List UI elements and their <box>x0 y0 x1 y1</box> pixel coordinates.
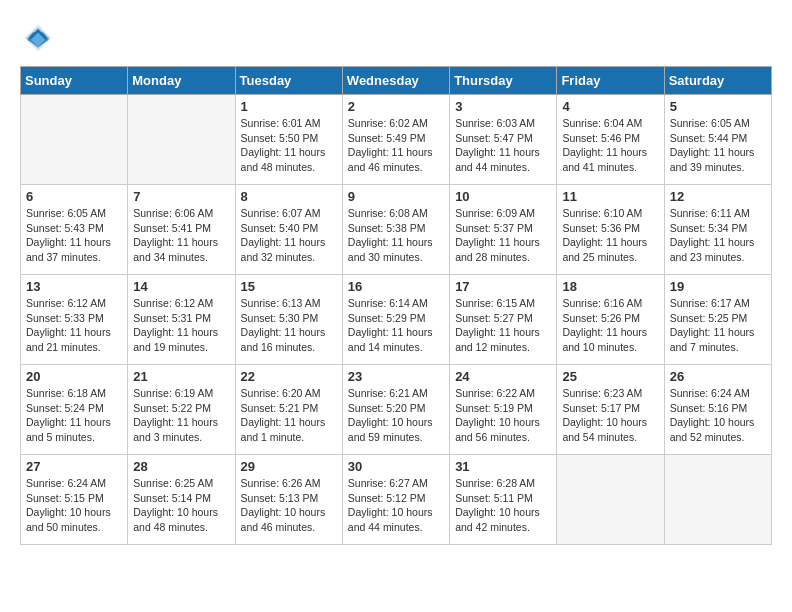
calendar-week-5: 27Sunrise: 6:24 AM Sunset: 5:15 PM Dayli… <box>21 455 772 545</box>
day-number: 31 <box>455 459 551 474</box>
calendar-cell: 12Sunrise: 6:11 AM Sunset: 5:34 PM Dayli… <box>664 185 771 275</box>
calendar-cell: 25Sunrise: 6:23 AM Sunset: 5:17 PM Dayli… <box>557 365 664 455</box>
day-info: Sunrise: 6:22 AM Sunset: 5:19 PM Dayligh… <box>455 386 551 445</box>
day-info: Sunrise: 6:12 AM Sunset: 5:33 PM Dayligh… <box>26 296 122 355</box>
day-info: Sunrise: 6:27 AM Sunset: 5:12 PM Dayligh… <box>348 476 444 535</box>
calendar-cell <box>664 455 771 545</box>
day-info: Sunrise: 6:12 AM Sunset: 5:31 PM Dayligh… <box>133 296 229 355</box>
day-number: 4 <box>562 99 658 114</box>
calendar-cell: 2Sunrise: 6:02 AM Sunset: 5:49 PM Daylig… <box>342 95 449 185</box>
day-info: Sunrise: 6:14 AM Sunset: 5:29 PM Dayligh… <box>348 296 444 355</box>
day-number: 16 <box>348 279 444 294</box>
day-number: 15 <box>241 279 337 294</box>
calendar-cell: 21Sunrise: 6:19 AM Sunset: 5:22 PM Dayli… <box>128 365 235 455</box>
day-number: 27 <box>26 459 122 474</box>
day-info: Sunrise: 6:02 AM Sunset: 5:49 PM Dayligh… <box>348 116 444 175</box>
calendar-cell: 22Sunrise: 6:20 AM Sunset: 5:21 PM Dayli… <box>235 365 342 455</box>
calendar-cell: 7Sunrise: 6:06 AM Sunset: 5:41 PM Daylig… <box>128 185 235 275</box>
day-info: Sunrise: 6:17 AM Sunset: 5:25 PM Dayligh… <box>670 296 766 355</box>
day-info: Sunrise: 6:09 AM Sunset: 5:37 PM Dayligh… <box>455 206 551 265</box>
day-number: 22 <box>241 369 337 384</box>
calendar-table: SundayMondayTuesdayWednesdayThursdayFrid… <box>20 66 772 545</box>
day-number: 12 <box>670 189 766 204</box>
day-info: Sunrise: 6:05 AM Sunset: 5:43 PM Dayligh… <box>26 206 122 265</box>
day-info: Sunrise: 6:24 AM Sunset: 5:16 PM Dayligh… <box>670 386 766 445</box>
day-info: Sunrise: 6:01 AM Sunset: 5:50 PM Dayligh… <box>241 116 337 175</box>
day-number: 1 <box>241 99 337 114</box>
day-number: 30 <box>348 459 444 474</box>
calendar-cell: 20Sunrise: 6:18 AM Sunset: 5:24 PM Dayli… <box>21 365 128 455</box>
weekday-header-tuesday: Tuesday <box>235 67 342 95</box>
calendar-cell: 17Sunrise: 6:15 AM Sunset: 5:27 PM Dayli… <box>450 275 557 365</box>
weekday-header-friday: Friday <box>557 67 664 95</box>
day-number: 3 <box>455 99 551 114</box>
calendar-cell: 11Sunrise: 6:10 AM Sunset: 5:36 PM Dayli… <box>557 185 664 275</box>
weekday-header-sunday: Sunday <box>21 67 128 95</box>
day-info: Sunrise: 6:18 AM Sunset: 5:24 PM Dayligh… <box>26 386 122 445</box>
day-number: 14 <box>133 279 229 294</box>
day-number: 28 <box>133 459 229 474</box>
calendar-week-2: 6Sunrise: 6:05 AM Sunset: 5:43 PM Daylig… <box>21 185 772 275</box>
day-number: 2 <box>348 99 444 114</box>
calendar-cell: 24Sunrise: 6:22 AM Sunset: 5:19 PM Dayli… <box>450 365 557 455</box>
calendar-cell: 27Sunrise: 6:24 AM Sunset: 5:15 PM Dayli… <box>21 455 128 545</box>
calendar-cell: 14Sunrise: 6:12 AM Sunset: 5:31 PM Dayli… <box>128 275 235 365</box>
calendar-cell: 6Sunrise: 6:05 AM Sunset: 5:43 PM Daylig… <box>21 185 128 275</box>
calendar-cell: 28Sunrise: 6:25 AM Sunset: 5:14 PM Dayli… <box>128 455 235 545</box>
day-info: Sunrise: 6:24 AM Sunset: 5:15 PM Dayligh… <box>26 476 122 535</box>
calendar-cell: 3Sunrise: 6:03 AM Sunset: 5:47 PM Daylig… <box>450 95 557 185</box>
day-info: Sunrise: 6:25 AM Sunset: 5:14 PM Dayligh… <box>133 476 229 535</box>
day-info: Sunrise: 6:04 AM Sunset: 5:46 PM Dayligh… <box>562 116 658 175</box>
page-header <box>20 20 772 56</box>
weekday-header-monday: Monday <box>128 67 235 95</box>
day-info: Sunrise: 6:26 AM Sunset: 5:13 PM Dayligh… <box>241 476 337 535</box>
day-info: Sunrise: 6:03 AM Sunset: 5:47 PM Dayligh… <box>455 116 551 175</box>
calendar-cell: 13Sunrise: 6:12 AM Sunset: 5:33 PM Dayli… <box>21 275 128 365</box>
day-info: Sunrise: 6:16 AM Sunset: 5:26 PM Dayligh… <box>562 296 658 355</box>
logo <box>20 20 60 56</box>
day-number: 13 <box>26 279 122 294</box>
calendar-cell: 18Sunrise: 6:16 AM Sunset: 5:26 PM Dayli… <box>557 275 664 365</box>
calendar-week-4: 20Sunrise: 6:18 AM Sunset: 5:24 PM Dayli… <box>21 365 772 455</box>
calendar-cell: 23Sunrise: 6:21 AM Sunset: 5:20 PM Dayli… <box>342 365 449 455</box>
day-number: 24 <box>455 369 551 384</box>
day-info: Sunrise: 6:07 AM Sunset: 5:40 PM Dayligh… <box>241 206 337 265</box>
day-number: 5 <box>670 99 766 114</box>
day-info: Sunrise: 6:21 AM Sunset: 5:20 PM Dayligh… <box>348 386 444 445</box>
day-number: 7 <box>133 189 229 204</box>
day-info: Sunrise: 6:15 AM Sunset: 5:27 PM Dayligh… <box>455 296 551 355</box>
weekday-header-thursday: Thursday <box>450 67 557 95</box>
day-info: Sunrise: 6:11 AM Sunset: 5:34 PM Dayligh… <box>670 206 766 265</box>
calendar-cell: 26Sunrise: 6:24 AM Sunset: 5:16 PM Dayli… <box>664 365 771 455</box>
day-info: Sunrise: 6:05 AM Sunset: 5:44 PM Dayligh… <box>670 116 766 175</box>
calendar-cell: 9Sunrise: 6:08 AM Sunset: 5:38 PM Daylig… <box>342 185 449 275</box>
day-number: 26 <box>670 369 766 384</box>
calendar-cell <box>557 455 664 545</box>
day-info: Sunrise: 6:20 AM Sunset: 5:21 PM Dayligh… <box>241 386 337 445</box>
day-number: 23 <box>348 369 444 384</box>
logo-icon <box>20 20 56 56</box>
calendar-cell: 19Sunrise: 6:17 AM Sunset: 5:25 PM Dayli… <box>664 275 771 365</box>
day-number: 6 <box>26 189 122 204</box>
calendar-cell <box>128 95 235 185</box>
day-info: Sunrise: 6:28 AM Sunset: 5:11 PM Dayligh… <box>455 476 551 535</box>
weekday-header-saturday: Saturday <box>664 67 771 95</box>
day-number: 8 <box>241 189 337 204</box>
calendar-cell: 29Sunrise: 6:26 AM Sunset: 5:13 PM Dayli… <box>235 455 342 545</box>
day-number: 10 <box>455 189 551 204</box>
day-info: Sunrise: 6:23 AM Sunset: 5:17 PM Dayligh… <box>562 386 658 445</box>
day-number: 20 <box>26 369 122 384</box>
day-number: 25 <box>562 369 658 384</box>
day-number: 9 <box>348 189 444 204</box>
calendar-cell: 8Sunrise: 6:07 AM Sunset: 5:40 PM Daylig… <box>235 185 342 275</box>
day-number: 21 <box>133 369 229 384</box>
day-info: Sunrise: 6:10 AM Sunset: 5:36 PM Dayligh… <box>562 206 658 265</box>
day-number: 17 <box>455 279 551 294</box>
day-number: 11 <box>562 189 658 204</box>
day-number: 29 <box>241 459 337 474</box>
day-info: Sunrise: 6:13 AM Sunset: 5:30 PM Dayligh… <box>241 296 337 355</box>
calendar-cell: 30Sunrise: 6:27 AM Sunset: 5:12 PM Dayli… <box>342 455 449 545</box>
day-number: 18 <box>562 279 658 294</box>
calendar-cell <box>21 95 128 185</box>
day-info: Sunrise: 6:08 AM Sunset: 5:38 PM Dayligh… <box>348 206 444 265</box>
